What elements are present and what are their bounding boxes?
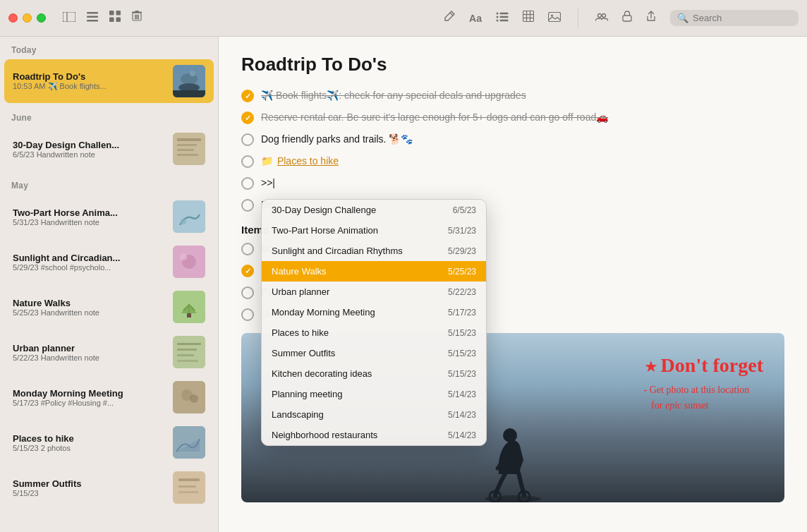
note-info: Urban planner 5/22/23 Handwritten note <box>13 343 166 362</box>
checkbox-i2[interactable] <box>241 265 254 277</box>
svg-rect-39 <box>177 144 197 146</box>
note-item-summer[interactable]: Summer Outfits 5/15/23 <box>4 466 214 509</box>
search-input[interactable] <box>693 13 791 23</box>
note-item-urban[interactable]: Urban planner 5/22/23 Handwritten note <box>4 330 214 374</box>
svg-rect-12 <box>138 15 140 20</box>
note-item-roadtrip[interactable]: Roadtrip To Do's 10:53 AM ✈️ Book flight… <box>4 59 214 103</box>
svg-rect-36 <box>173 90 205 97</box>
svg-rect-48 <box>187 313 191 318</box>
dropdown-item[interactable]: Urban planner5/22/23 <box>262 282 486 302</box>
handwritten-line2: - Get photo at this location for epic su… <box>644 382 763 414</box>
dropdown-item-date: 5/15/23 <box>448 349 476 358</box>
list-format-icon[interactable] <box>496 11 509 25</box>
main-content: Today Roadtrip To Do's 10:53 AM ✈️ Book … <box>0 37 807 532</box>
note-item-design[interactable]: 30-Day Design Challen... 6/5/23 Handwrit… <box>4 127 214 171</box>
note-item-horse[interactable]: Two-Part Horse Anima... 5/31/23 Handwrit… <box>4 195 214 238</box>
sidebar-toggle-icon[interactable] <box>63 11 75 25</box>
svg-rect-61 <box>178 491 198 493</box>
svg-rect-0 <box>63 12 75 22</box>
dropdown-item[interactable]: Planning meeting5/14/23 <box>262 384 486 404</box>
svg-rect-31 <box>623 16 631 21</box>
checkbox-2[interactable] <box>241 111 254 124</box>
collaborate-icon[interactable] <box>595 11 608 25</box>
dropdown-item[interactable]: Nature Walks5/25/23 <box>262 261 486 282</box>
checkbox-6[interactable] <box>241 199 254 212</box>
svg-rect-52 <box>177 354 194 356</box>
font-icon[interactable]: Aa <box>469 13 482 24</box>
dropdown-item-date: 5/31/23 <box>448 226 476 236</box>
note-thumbnail <box>173 246 205 278</box>
svg-point-20 <box>497 19 499 21</box>
folder-icon: 📁 <box>261 155 273 167</box>
note-item-monday[interactable]: Monday Morning Meeting 5/17/23 #Policy #… <box>4 375 214 419</box>
checklist-text-1: ✈️ Book flights✈️: check for any special… <box>261 88 526 103</box>
note-meta: 10:53 AM ✈️ Book flights... <box>13 82 166 91</box>
grid-view-icon[interactable] <box>109 11 121 25</box>
checklist-item-2: Reserve rental car. Be sure it's large e… <box>241 110 784 125</box>
table-icon[interactable] <box>523 11 534 25</box>
note-item-sunlight[interactable]: Sunlight and Circadian... 5/29/23 #schoo… <box>4 240 214 284</box>
checkbox-i4[interactable] <box>241 308 254 321</box>
svg-rect-21 <box>500 19 509 21</box>
dropdown-item[interactable]: Neighborhood restaurants5/14/23 <box>262 425 486 445</box>
new-note-icon[interactable] <box>444 11 455 25</box>
places-to-hike-link[interactable]: Places to hike <box>277 155 339 167</box>
svg-rect-11 <box>136 15 138 20</box>
close-button[interactable] <box>8 13 18 23</box>
dropdown-item[interactable]: Places to hike5/15/23 <box>262 322 486 343</box>
delete-icon[interactable] <box>132 11 142 25</box>
svg-point-56 <box>190 394 198 403</box>
checkbox-i1[interactable] <box>241 243 254 255</box>
dropdown-item-date: 5/25/23 <box>448 267 476 277</box>
maximize-button[interactable] <box>37 13 46 23</box>
titlebar: Aa <box>0 0 807 37</box>
dropdown-item[interactable]: Sunlight and Circadian Rhythms5/29/23 <box>262 241 486 261</box>
note-info: Places to hike 5/15/23 2 photos <box>13 433 166 452</box>
note-thumbnail <box>173 200 205 233</box>
checkbox-3[interactable] <box>241 133 254 146</box>
minimize-button[interactable] <box>23 13 32 23</box>
checkbox-4[interactable] <box>241 155 254 168</box>
svg-rect-5 <box>109 11 114 16</box>
dropdown-item[interactable]: Summer Outfits5/15/23 <box>262 343 486 363</box>
search-bar[interactable]: 🔍 <box>670 10 799 26</box>
note-meta: 5/15/23 2 photos <box>13 444 166 452</box>
note-item-nature[interactable]: Nature Walks 5/25/23 Handwritten note <box>4 285 214 329</box>
dropdown-item[interactable]: Landscaping5/14/23 <box>262 404 486 425</box>
note-meta: 5/25/23 Handwritten note <box>13 308 166 317</box>
dropdown-item-title: Nature Walks <box>272 266 327 277</box>
checkbox-1[interactable] <box>241 90 254 102</box>
svg-point-35 <box>190 71 195 76</box>
note-meta: 5/17/23 #Policy #Housing #... <box>13 399 166 407</box>
dropdown-item[interactable]: Kitchen decorating ideas5/15/23 <box>262 363 486 384</box>
note-meta: 6/5/23 Handwritten note <box>13 150 166 159</box>
dropdown-item-date: 6/5/23 <box>453 205 476 215</box>
note-info: Monday Morning Meeting 5/17/23 #Policy #… <box>13 388 166 407</box>
dropdown-item-title: Neighborhood restaurants <box>272 430 377 440</box>
svg-rect-4 <box>87 20 98 22</box>
media-icon[interactable] <box>548 11 561 25</box>
dropdown-item[interactable]: Monday Morning Meeting5/17/23 <box>262 302 486 322</box>
note-meta: 5/15/23 <box>13 489 166 497</box>
list-view-icon[interactable] <box>87 11 98 25</box>
dropdown-item-date: 5/29/23 <box>448 246 476 256</box>
dropdown-item-title: Planning meeting <box>272 389 342 399</box>
titlebar-left-icons <box>63 11 142 25</box>
dropdown-item-date: 5/15/23 <box>448 328 476 338</box>
checklist-item-5: >>| <box>241 176 784 191</box>
lock-icon[interactable] <box>622 11 632 25</box>
note-item-places[interactable]: Places to hike 5/15/23 2 photos <box>4 421 214 464</box>
checkbox-5[interactable] <box>241 177 254 190</box>
dropdown-item[interactable]: 30-Day Design Challenge6/5/23 <box>262 200 486 220</box>
note-picker-dropdown[interactable]: 30-Day Design Challenge6/5/23Two-Part Ho… <box>261 199 487 446</box>
share-icon[interactable] <box>646 11 656 25</box>
dropdown-item-title: Places to hike <box>272 327 329 338</box>
checklist-item-3: Dog friendly parks and trails. 🐕🐾 <box>241 132 784 147</box>
svg-rect-19 <box>500 16 509 18</box>
svg-rect-49 <box>173 336 205 368</box>
dropdown-item[interactable]: Two-Part Horse Animation5/31/23 <box>262 220 486 241</box>
checkbox-i3[interactable] <box>241 286 254 299</box>
note-info: Nature Walks 5/25/23 Handwritten note <box>13 298 166 317</box>
dropdown-item-date: 5/14/23 <box>448 430 476 440</box>
dropdown-item-title: Urban planner <box>272 286 329 297</box>
